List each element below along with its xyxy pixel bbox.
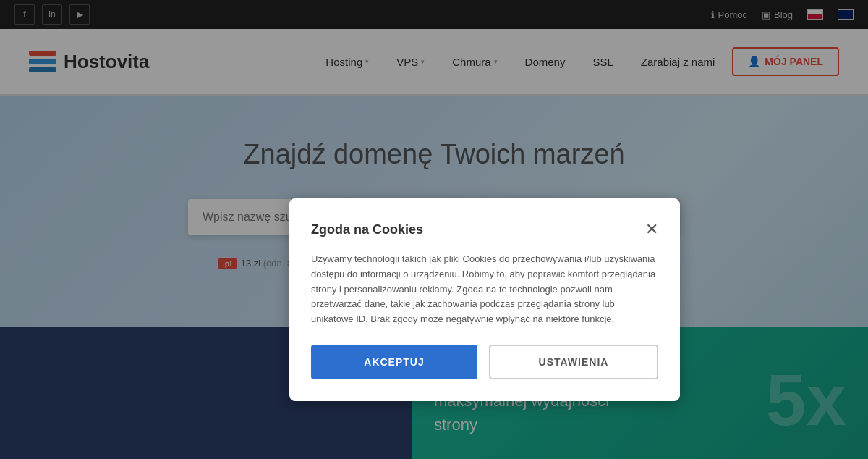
cookie-header: Zgoda na Cookies ✕ <box>311 220 658 239</box>
cookie-buttons: AKCEPTUJ USTAWIENIA <box>311 345 658 379</box>
accept-button[interactable]: AKCEPTUJ <box>311 345 477 379</box>
settings-button[interactable]: USTAWIENIA <box>489 345 658 379</box>
cookie-modal: Zgoda na Cookies ✕ Używamy technologii t… <box>289 198 680 401</box>
cookie-title: Zgoda na Cookies <box>311 222 423 237</box>
cookie-body: Używamy technologii takich jak pliki Coo… <box>311 252 658 327</box>
cookie-close-button[interactable]: ✕ <box>645 220 658 239</box>
